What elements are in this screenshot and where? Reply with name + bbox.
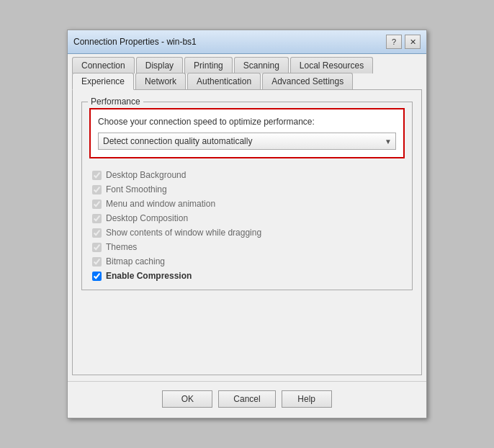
- help-dialog-button[interactable]: Help: [282, 390, 332, 408]
- checkbox-bitmap-caching-input[interactable]: [92, 257, 102, 266]
- performance-highlight-box: Choose your connection speed to optimize…: [89, 108, 405, 158]
- checkbox-desktop-background[interactable]: Desktop Background: [92, 170, 405, 180]
- tab-row-2: Experience Network Authentication Advanc…: [72, 73, 422, 90]
- dialog-window: Connection Properties - win-bs1 ? ✕ Conn…: [67, 30, 427, 418]
- checkbox-enable-compression[interactable]: Enable Compression: [92, 271, 405, 281]
- checkbox-themes-label: Themes: [106, 242, 137, 252]
- tab-authentication[interactable]: Authentication: [187, 73, 261, 90]
- connection-speed-label: Choose your connection speed to optimize…: [98, 117, 396, 127]
- feature-checkbox-list: Desktop Background Font Smoothing Menu a…: [89, 167, 405, 281]
- close-button[interactable]: ✕: [405, 35, 421, 49]
- tab-display[interactable]: Display: [136, 57, 183, 73]
- title-bar: Connection Properties - win-bs1 ? ✕: [68, 30, 426, 54]
- checkbox-show-window-contents-input[interactable]: [92, 228, 102, 238]
- tab-experience-content: Performance Choose your connection speed…: [72, 89, 422, 375]
- cancel-button[interactable]: Cancel: [218, 390, 275, 408]
- performance-group-label: Performance: [88, 97, 143, 107]
- checkbox-font-smoothing[interactable]: Font Smoothing: [92, 184, 405, 194]
- checkbox-show-window-contents-label: Show contents of window while dragging: [106, 228, 261, 238]
- checkbox-menu-animation-label: Menu and window animation: [106, 199, 215, 209]
- tab-experience[interactable]: Experience: [72, 73, 134, 90]
- checkbox-desktop-background-input[interactable]: [92, 171, 102, 180]
- window-title: Connection Properties - win-bs1: [73, 37, 197, 47]
- checkbox-themes-input[interactable]: [92, 243, 102, 252]
- ok-button[interactable]: OK: [162, 390, 212, 408]
- tab-container: Connection Display Printing Scanning Loc…: [68, 54, 426, 89]
- tab-local-resources[interactable]: Local Resources: [290, 57, 373, 73]
- checkbox-desktop-composition-input[interactable]: [92, 214, 102, 223]
- checkbox-desktop-background-label: Desktop Background: [106, 170, 186, 180]
- checkbox-themes[interactable]: Themes: [92, 242, 405, 252]
- checkbox-show-window-contents[interactable]: Show contents of window while dragging: [92, 228, 405, 238]
- checkbox-enable-compression-input[interactable]: [92, 272, 102, 281]
- connection-quality-dropdown[interactable]: Detect connection quality automatically …: [98, 133, 396, 150]
- checkbox-menu-animation-input[interactable]: [92, 200, 102, 209]
- help-button[interactable]: ?: [386, 35, 402, 49]
- title-bar-buttons: ? ✕: [386, 35, 421, 49]
- checkbox-desktop-composition-label: Desktop Composition: [106, 213, 188, 223]
- checkbox-enable-compression-label: Enable Compression: [106, 271, 192, 281]
- checkbox-font-smoothing-input[interactable]: [92, 185, 102, 194]
- checkbox-desktop-composition[interactable]: Desktop Composition: [92, 213, 405, 223]
- bottom-button-bar: OK Cancel Help: [68, 381, 426, 418]
- tab-scanning[interactable]: Scanning: [234, 57, 289, 73]
- tab-connection[interactable]: Connection: [72, 57, 135, 73]
- connection-quality-dropdown-wrapper: Detect connection quality automatically …: [98, 133, 396, 150]
- checkbox-bitmap-caching-label: Bitmap caching: [106, 256, 165, 266]
- checkbox-menu-animation[interactable]: Menu and window animation: [92, 199, 405, 209]
- performance-group: Performance Choose your connection speed…: [81, 102, 413, 290]
- checkbox-font-smoothing-label: Font Smoothing: [106, 184, 167, 194]
- tab-network[interactable]: Network: [135, 73, 186, 90]
- checkbox-bitmap-caching[interactable]: Bitmap caching: [92, 256, 405, 266]
- tab-advanced-settings[interactable]: Advanced Settings: [262, 73, 353, 90]
- tab-row-1: Connection Display Printing Scanning Loc…: [72, 57, 422, 73]
- tab-printing[interactable]: Printing: [184, 57, 233, 73]
